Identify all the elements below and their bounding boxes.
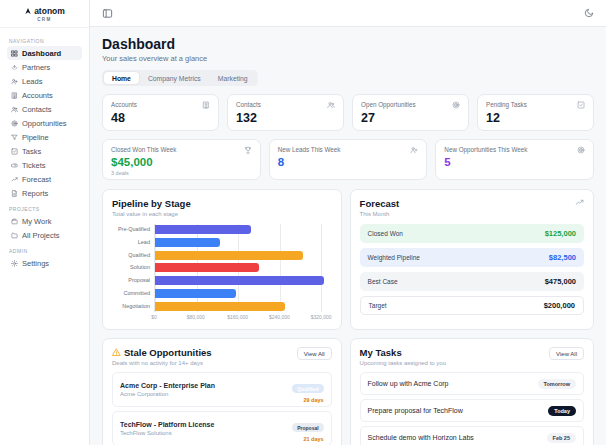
forecast-row-label: Target	[369, 302, 387, 309]
nav-item-label: Tasks	[22, 147, 41, 156]
chart-category-label: Proposal	[112, 276, 154, 285]
logo-icon	[24, 7, 32, 15]
sidebar-item-dashboard[interactable]: Dashboard	[7, 46, 82, 60]
funnel-icon	[11, 134, 18, 141]
chart-x-tick-label: $320,000	[311, 314, 332, 320]
sidebar-item-all-projects[interactable]: All Projects	[7, 228, 82, 242]
forecast-panel-subtitle: This Month	[360, 211, 400, 217]
nav-item-label: Opportunities	[22, 119, 67, 128]
kpi-label: New Opportunities This Week	[444, 146, 527, 153]
forecast-row-label: Weighted Pipeline	[368, 254, 420, 261]
sidebar-nav: Navigation Dashboard Partners Leads Acco…	[0, 28, 89, 274]
stat-value: 27	[361, 111, 460, 125]
my-tasks-panel: My Tasks Upcoming tasks assigned to you …	[350, 338, 594, 445]
chart-x-tick-label: $80,000	[187, 314, 205, 320]
sidebar-item-settings[interactable]: Settings	[7, 256, 82, 270]
main-area: Dashboard Your sales overview at a glanc…	[90, 0, 606, 445]
user-plus-icon	[410, 146, 418, 154]
task-due-badge: Tomorrow	[538, 379, 576, 389]
tab-marketing[interactable]: Marketing	[210, 72, 256, 84]
kpi-value: 8	[278, 156, 419, 168]
nav-section: Admin Settings	[7, 248, 82, 270]
kpi-value: 5	[444, 156, 585, 168]
chart-bar-qualified	[155, 251, 303, 260]
forecast-panel: Forecast This Month Closed Won $125,000 …	[350, 189, 594, 330]
chart-bar-proposal	[155, 276, 324, 285]
chart-x-axis: $0$80,000$160,000$240,000$320,000	[154, 314, 332, 322]
target-icon	[11, 120, 18, 127]
opportunity-company: TechFlow Solutions	[120, 430, 214, 436]
sidebar-item-partners[interactable]: Partners	[7, 60, 82, 74]
forecast-row-value: $82,500	[549, 253, 576, 262]
forecast-row-label: Closed Won	[368, 230, 403, 237]
page-title: Dashboard	[102, 36, 594, 52]
task-item[interactable]: Prepare proposal for TechFlow Today	[360, 399, 584, 422]
forecast-row: Weighted Pipeline $82,500	[360, 248, 584, 267]
nav-item-label: Contacts	[22, 105, 52, 114]
stale-opportunity-item[interactable]: Acme Corp - Enterprise Plan Acme Corpora…	[112, 372, 332, 407]
stat-card: Open Opportunities 27	[352, 94, 469, 131]
nav-section: Navigation Dashboard Partners Leads Acco…	[7, 38, 82, 200]
my-tasks-list: Follow up with Acme Corp Tomorrow Prepar…	[360, 372, 584, 445]
sidebar-item-accounts[interactable]: Accounts	[7, 88, 82, 102]
stat-value: 12	[486, 111, 585, 125]
tasks-view-all-button[interactable]: View All	[549, 347, 584, 360]
sidebar-item-tickets[interactable]: Tickets	[7, 158, 82, 172]
stale-panel-subtitle: Deals with no activity for 14+ days	[112, 360, 212, 366]
task-item[interactable]: Follow up with Acme Corp Tomorrow	[360, 372, 584, 395]
stat-label: Accounts	[111, 101, 137, 108]
task-item[interactable]: Schedule demo with Horizon Labs Feb 25	[360, 426, 584, 445]
topbar	[90, 0, 606, 27]
sidebar-item-forecast[interactable]: Forecast	[7, 172, 82, 186]
sidebar-item-tasks[interactable]: Tasks	[7, 144, 82, 158]
logo-text: atonom	[34, 6, 65, 16]
trending-up-icon	[11, 176, 18, 183]
nav-item-label: Tickets	[22, 161, 45, 170]
sidebar-item-opportunities[interactable]: Opportunities	[7, 116, 82, 130]
chart-bar-committed	[155, 289, 236, 298]
sidebar-item-leads[interactable]: Leads	[7, 74, 82, 88]
sidebar-toggle-button[interactable]	[101, 7, 113, 19]
kpi-label: New Leads This Week	[278, 146, 341, 153]
dashboard-content: Dashboard Your sales overview at a glanc…	[90, 27, 606, 445]
nav-item-label: Pipeline	[22, 133, 49, 142]
stat-card: Pending Tasks 12	[477, 94, 594, 131]
building-icon	[202, 101, 210, 109]
stat-label: Contacts	[236, 101, 261, 108]
kpi-card-row: Closed Won This Week $45,000 3 deals New…	[102, 139, 594, 180]
building-icon	[11, 92, 18, 99]
task-due-badge: Feb 25	[547, 433, 576, 443]
trophy-icon	[244, 146, 252, 154]
opportunity-company: Acme Corporation	[120, 391, 215, 397]
kpi-label: Closed Won This Week	[111, 146, 176, 153]
chart-bar-lead	[155, 238, 220, 247]
task-text: Follow up with Acme Corp	[368, 380, 449, 387]
stat-value: 132	[236, 111, 335, 125]
stale-view-all-button[interactable]: View All	[297, 347, 332, 360]
nav-item-label: Dashboard	[22, 49, 61, 58]
forecast-row-value: $125,000	[545, 229, 576, 238]
stat-card: Contacts 132	[227, 94, 344, 131]
chart-x-tick-label: $0	[151, 314, 157, 320]
sidebar-item-reports[interactable]: Reports	[7, 186, 82, 200]
tab-company-metrics[interactable]: Company Metrics	[140, 72, 209, 84]
stale-opportunity-item[interactable]: TechFlow - Platform License TechFlow Sol…	[112, 411, 332, 445]
trending-up-icon	[575, 198, 584, 207]
chart-plot-area	[154, 224, 332, 312]
target-icon	[577, 146, 585, 154]
theme-toggle-button[interactable]	[583, 7, 595, 19]
kpi-card: Closed Won This Week $45,000 3 deals	[102, 139, 261, 180]
nav-item-label: Leads	[22, 77, 42, 86]
chart-x-tick-label: $240,000	[269, 314, 290, 320]
sidebar-item-contacts[interactable]: Contacts	[7, 102, 82, 116]
sidebar-item-my-work[interactable]: My Work	[7, 214, 82, 228]
app-logo[interactable]: atonom CRM	[0, 0, 89, 28]
chart-category-label: Solution	[112, 263, 154, 272]
sidebar-item-pipeline[interactable]: Pipeline	[7, 130, 82, 144]
user-plus-icon	[11, 78, 18, 85]
tab-home[interactable]: Home	[104, 72, 139, 84]
forecast-row: Best Case $475,000	[360, 272, 584, 291]
forecast-rows: Closed Won $125,000 Weighted Pipeline $8…	[360, 224, 584, 315]
chart-category-label: Negotiation	[112, 302, 154, 311]
tasks-panel-title: My Tasks	[360, 347, 446, 358]
